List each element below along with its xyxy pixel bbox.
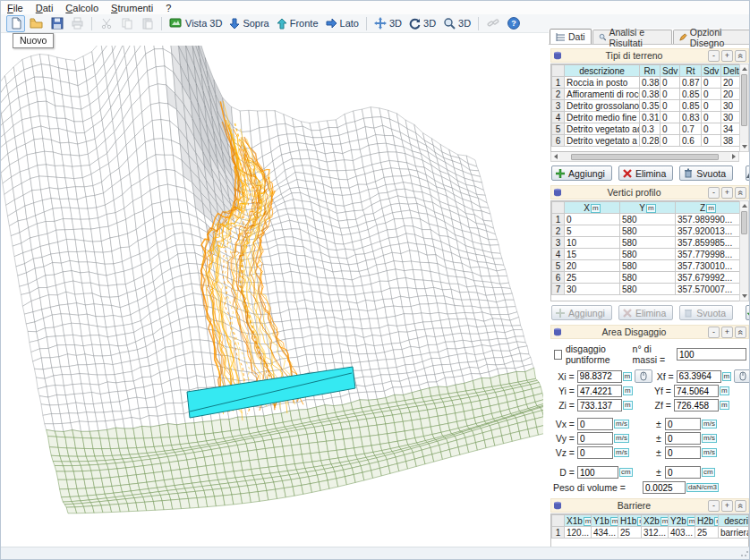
new-button[interactable] — [6, 15, 25, 32]
disgaggio-puntiforme-checkbox[interactable] — [554, 350, 562, 360]
table-cell[interactable]: Roccia in posto — [565, 77, 640, 89]
terrain-types-collapse-button[interactable]: « — [735, 50, 746, 62]
col-y2b[interactable]: Y2bm — [669, 515, 695, 527]
col-y[interactable]: Ym — [620, 202, 676, 214]
scroll-right-button[interactable] — [730, 152, 738, 160]
scroll-down-button[interactable] — [740, 143, 748, 151]
table-cell[interactable]: 25 — [565, 272, 620, 284]
open-button[interactable] — [27, 15, 46, 32]
table-cell[interactable]: Detrito grossolano n... — [565, 100, 640, 112]
yi-input[interactable] — [577, 385, 622, 397]
zoom-3d-button[interactable]: 3D — [440, 15, 473, 32]
table-cell[interactable]: 30 — [721, 112, 740, 123]
table-cell[interactable]: 312... — [642, 527, 669, 539]
menu-file[interactable]: File — [7, 3, 23, 13]
menu-help[interactable]: ? — [166, 3, 171, 13]
col-delta[interactable]: Delta — [721, 65, 740, 77]
col-y1b[interactable]: Y1bm — [592, 515, 618, 527]
col-x2b[interactable]: X2bm — [642, 515, 669, 527]
table-cell[interactable]: 0.38 — [640, 89, 661, 100]
menu-dati[interactable]: Dati — [36, 3, 54, 13]
scroll-thumb[interactable] — [571, 154, 719, 160]
profile-vertices-collapse-button[interactable]: « — [735, 187, 746, 199]
import-profile-button[interactable] — [746, 305, 750, 320]
col-h2b[interactable]: H2bm — [695, 515, 719, 527]
table-cell[interactable]: 0 — [702, 112, 721, 123]
barriers-shrink-button[interactable]: - — [708, 500, 720, 512]
col-z[interactable]: Zm — [676, 202, 740, 214]
table-cell[interactable]: 0.31 — [640, 112, 661, 123]
table-cell[interactable]: 0.7 — [680, 123, 702, 135]
table-cell[interactable]: 120... — [565, 527, 592, 539]
vz-dev-input[interactable] — [665, 446, 701, 459]
table-cell[interactable]: Affioramenti di rocci... — [565, 89, 640, 100]
table-cell[interactable]: 20 — [565, 260, 620, 272]
table-cell[interactable]: 0.87 — [680, 77, 702, 89]
aggiungi-button-disabled[interactable]: Aggiungi — [551, 305, 612, 320]
svuota-button-disabled[interactable]: Svuota — [679, 305, 733, 320]
table-cell[interactable]: 0 — [661, 112, 680, 123]
scroll-thumb[interactable] — [741, 211, 747, 234]
pick-xf-button[interactable] — [734, 369, 750, 383]
table-cell[interactable]: 0 — [661, 135, 680, 147]
table-cell[interactable]: barriera 1 — [719, 527, 750, 539]
table-cell[interactable]: 357.730010... — [676, 260, 740, 272]
pan-3d-button[interactable]: 3D — [371, 15, 405, 32]
d-input[interactable] — [577, 466, 618, 479]
profile-vertices-vscrollbar[interactable] — [739, 200, 749, 301]
profile-vertices-shrink-button[interactable]: - — [708, 187, 720, 199]
barriers-collapse-button[interactable]: « — [735, 500, 746, 512]
col-descrizione[interactable]: descrizione — [565, 65, 640, 77]
table-cell[interactable]: 34 — [721, 123, 740, 135]
table-cell[interactable]: 580 — [620, 214, 676, 225]
table-cell[interactable]: 15 — [565, 249, 620, 260]
svuota-button[interactable]: Svuota — [679, 165, 733, 181]
table-cell[interactable]: 10 — [565, 237, 620, 249]
link-button[interactable] — [483, 15, 502, 32]
table-cell[interactable]: 0 — [702, 77, 721, 89]
profile-vertices-grow-button[interactable]: + — [721, 187, 733, 199]
vz-input[interactable] — [577, 446, 613, 459]
rotate-3d-button[interactable]: 3D — [406, 15, 439, 32]
table-cell[interactable]: 25 — [618, 527, 642, 539]
sopra-button[interactable]: Sopra — [226, 15, 271, 32]
col-sdv2[interactable]: Sdv — [702, 65, 721, 77]
cut-button[interactable] — [97, 15, 115, 32]
scroll-down-button[interactable] — [740, 293, 748, 301]
scroll-up-button[interactable] — [740, 64, 748, 72]
table-cell[interactable]: 30 — [565, 284, 620, 295]
elimina-button-disabled[interactable]: Elimina — [618, 305, 673, 320]
fronte-button[interactable]: Fronte — [274, 15, 321, 32]
release-area-grow-button[interactable]: + — [721, 327, 733, 338]
yf-input[interactable] — [674, 385, 719, 397]
table-cell[interactable]: 357.570007... — [676, 284, 740, 295]
elimina-button[interactable]: Elimina — [618, 165, 673, 181]
3d-viewport[interactable] — [1, 46, 543, 548]
paste-button[interactable] — [138, 15, 157, 32]
table-cell[interactable]: 580 — [620, 272, 676, 284]
barriers-grow-button[interactable]: + — [721, 500, 733, 512]
tab-analisi-risultati[interactable]: Analisi e Risultati — [592, 30, 672, 44]
col-rn[interactable]: Rn — [640, 65, 661, 77]
zf-input[interactable] — [674, 399, 719, 412]
table-cell[interactable]: Detrito vegetato a bo... — [565, 135, 640, 147]
table-cell[interactable]: 357.779998... — [676, 249, 740, 260]
table-cell[interactable]: 20 — [721, 89, 740, 100]
save-button[interactable] — [47, 15, 66, 32]
menu-calcolo[interactable]: Calcolo — [65, 3, 98, 13]
xf-input[interactable] — [677, 370, 721, 383]
table-cell[interactable]: 580 — [620, 237, 676, 249]
scroll-thumb[interactable] — [741, 74, 747, 126]
terrain-types-hscrollbar[interactable] — [550, 152, 739, 162]
xi-input[interactable] — [577, 370, 622, 383]
peso-volume-input[interactable] — [643, 481, 686, 494]
pick-xi-button[interactable] — [635, 369, 652, 383]
table-cell[interactable]: 357.679992... — [676, 272, 740, 284]
col-x1b[interactable]: X1bm — [565, 515, 592, 527]
table-cell[interactable]: 0 — [661, 89, 680, 100]
table-cell[interactable]: 580 — [620, 225, 676, 237]
show-terrain-button[interactable] — [746, 165, 750, 181]
table-cell[interactable]: 357.859985... — [676, 237, 740, 249]
col-sdv1[interactable]: Sdv — [661, 65, 680, 77]
aggiungi-button[interactable]: Aggiungi — [551, 165, 612, 181]
